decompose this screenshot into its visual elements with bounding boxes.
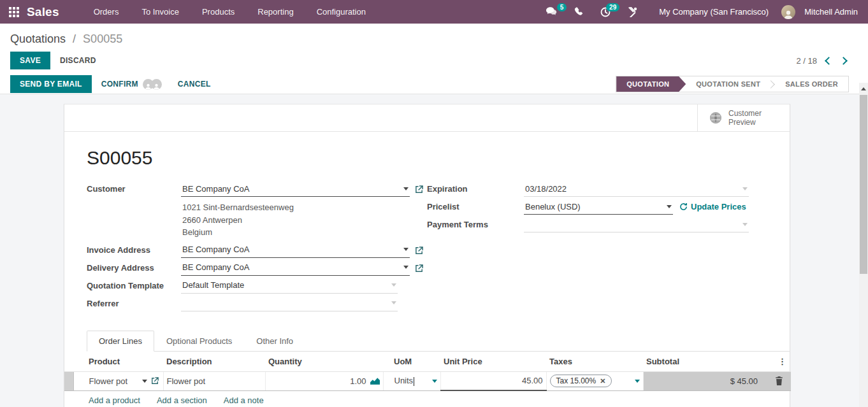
refresh-icon: [679, 203, 688, 211]
quotation-template-label: Quotation Template: [87, 278, 181, 290]
chevron-down-icon[interactable]: [391, 301, 396, 304]
stage-sales-order[interactable]: SALES ORDER: [775, 76, 848, 92]
confirm-user-avatars: [143, 79, 162, 90]
menu-products[interactable]: Products: [192, 1, 245, 23]
customer-address: 1021 Sint-Bernardsesteenweg 2660 Antwerp…: [87, 199, 423, 243]
taxes-cell[interactable]: Tax 15.00% ✕: [546, 371, 643, 390]
chevron-down-icon[interactable]: [391, 283, 396, 287]
pager-next-icon[interactable]: [839, 57, 848, 65]
phone-icon[interactable]: [568, 3, 590, 20]
payment-terms-label: Payment Terms: [427, 217, 524, 229]
messages-icon[interactable]: 5: [540, 3, 564, 20]
expiration-label: Expiration: [427, 182, 524, 194]
vertical-scrollbar[interactable]: [859, 83, 868, 407]
column-description[interactable]: Description: [163, 352, 265, 372]
chevron-down-icon[interactable]: [667, 205, 672, 208]
top-navbar: Sales Orders To Invoice Products Reporti…: [0, 0, 868, 24]
notebook-tabs: Order Lines Optional Products Other Info: [87, 331, 790, 352]
scrollbar-thumb[interactable]: [860, 95, 867, 274]
activities-icon[interactable]: 29: [594, 3, 617, 21]
chevron-down-icon[interactable]: [432, 380, 437, 383]
menu-to-invoice[interactable]: To Invoice: [131, 1, 189, 23]
user-name[interactable]: Mitchell Admin: [804, 7, 858, 17]
unit-price-cell[interactable]: 45.00: [440, 371, 546, 390]
order-lines-table: Product Description Quantity UoM Unit Pr…: [64, 352, 791, 407]
invoice-address-field[interactable]: BE Company CoA: [181, 243, 410, 258]
add-a-section-link[interactable]: Add a section: [157, 396, 207, 405]
order-line-row: Flower pot Flower pot 1.00: [64, 371, 791, 390]
pricelist-field[interactable]: Benelux (USD): [524, 199, 673, 215]
confirm-button[interactable]: CONFIRM: [92, 75, 141, 93]
cancel-button[interactable]: CANCEL: [168, 75, 214, 93]
app-window: Sales Orders To Invoice Products Reporti…: [0, 0, 868, 407]
user-avatar[interactable]: [781, 5, 795, 19]
company-switcher[interactable]: My Company (San Francisco): [647, 7, 778, 17]
customer-preview-button[interactable]: CustomerPreview: [697, 104, 790, 131]
menu-orders[interactable]: Orders: [83, 1, 129, 23]
column-subtotal[interactable]: Subtotal: [643, 352, 775, 372]
messages-badge: 5: [557, 3, 567, 11]
statusbar: SEND BY EMAIL CONFIRM CANCEL QUOTATION Q…: [0, 75, 868, 94]
chevron-down-icon[interactable]: [635, 380, 640, 383]
product-cell[interactable]: Flower pot: [73, 371, 163, 390]
column-taxes[interactable]: Taxes: [546, 352, 643, 372]
optional-columns-icon[interactable]: ⋮: [775, 352, 791, 372]
delivery-address-label: Delivery Address: [87, 261, 181, 273]
customer-external-link-icon[interactable]: [415, 185, 423, 196]
remove-tax-icon[interactable]: ✕: [600, 377, 605, 385]
apps-menu-icon[interactable]: [9, 7, 19, 17]
description-cell[interactable]: Flower pot: [163, 371, 265, 390]
add-a-note-link[interactable]: Add a note: [224, 396, 264, 405]
save-button[interactable]: SAVE: [10, 52, 50, 69]
breadcrumb: Quotations / S00055: [0, 24, 868, 50]
button-box: CustomerPreview: [64, 104, 790, 132]
quotation-template-field[interactable]: Default Template: [181, 278, 398, 294]
tools-icon[interactable]: [621, 3, 644, 21]
tab-order-lines[interactable]: Order Lines: [87, 331, 154, 352]
main-menu: Orders To Invoice Products Reporting Con…: [83, 1, 376, 23]
forecast-chart-icon[interactable]: [370, 377, 380, 385]
row-drag-handle[interactable]: [64, 371, 73, 390]
chevron-down-icon[interactable]: [142, 380, 147, 383]
delivery-address-field[interactable]: BE Company CoA: [181, 261, 410, 276]
menu-reporting[interactable]: Reporting: [247, 1, 303, 23]
discard-button[interactable]: DISCARD: [50, 52, 106, 69]
pager-previous-icon[interactable]: [825, 57, 833, 65]
delete-line-cell[interactable]: [775, 371, 791, 390]
tab-optional-products[interactable]: Optional Products: [154, 331, 244, 352]
chevron-down-icon[interactable]: [742, 187, 748, 190]
add-line-row: Add a product Add a section Add a note: [64, 390, 791, 407]
uom-cell[interactable]: Units: [383, 371, 440, 390]
expiration-field[interactable]: 03/18/2022: [524, 182, 749, 197]
customer-field[interactable]: BE Company CoA: [181, 182, 410, 197]
referrer-field[interactable]: [181, 296, 398, 311]
breadcrumb-separator: /: [73, 32, 76, 45]
add-a-product-link[interactable]: Add a product: [89, 396, 140, 405]
scrollbar-up-icon[interactable]: [859, 83, 868, 94]
stage-quotation-sent[interactable]: QUOTATION SENT: [686, 76, 770, 92]
menu-configuration[interactable]: Configuration: [307, 1, 376, 23]
column-product[interactable]: Product: [73, 352, 163, 372]
send-by-email-button[interactable]: SEND BY EMAIL: [10, 75, 92, 93]
breadcrumb-quotations[interactable]: Quotations: [10, 32, 66, 45]
update-prices-button[interactable]: Update Prices: [679, 199, 746, 211]
column-unit-price[interactable]: Unit Price: [440, 352, 546, 372]
quantity-cell[interactable]: 1.00: [265, 371, 383, 390]
tab-other-info[interactable]: Other Info: [244, 331, 305, 352]
chevron-down-icon[interactable]: [403, 187, 409, 190]
app-title[interactable]: Sales: [27, 5, 59, 19]
globe-icon: [709, 111, 722, 124]
invoice-address-external-link-icon[interactable]: [415, 246, 423, 257]
tax-tag[interactable]: Tax 15.00% ✕: [550, 375, 612, 387]
delivery-address-external-link-icon[interactable]: [415, 264, 423, 275]
chevron-down-icon[interactable]: [742, 223, 748, 226]
column-quantity[interactable]: Quantity: [265, 352, 383, 372]
chevron-down-icon[interactable]: [403, 248, 409, 251]
breadcrumb-current: S00055: [83, 32, 122, 45]
trash-icon[interactable]: [775, 376, 791, 385]
chevron-down-icon[interactable]: [403, 266, 409, 269]
stage-quotation[interactable]: QUOTATION: [616, 76, 686, 92]
column-uom[interactable]: UoM: [383, 352, 440, 372]
payment-terms-field[interactable]: [524, 217, 749, 232]
product-external-link-icon[interactable]: [151, 377, 159, 385]
